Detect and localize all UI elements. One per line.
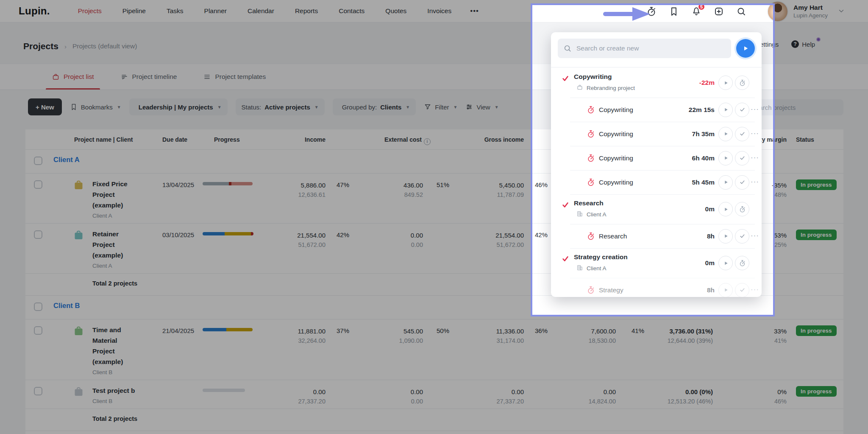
row-separator	[570, 122, 755, 122]
notification-badge: 5	[698, 3, 705, 11]
tracker-task-row[interactable]: Strategy creationClient A0m	[551, 248, 762, 278]
task-title: Research	[574, 199, 604, 207]
play-icon	[742, 45, 749, 52]
timer-icon-red	[587, 154, 595, 162]
row-separator	[570, 224, 755, 224]
tracker-search-input[interactable]	[558, 39, 731, 58]
task-subtitle-text: Client A	[587, 211, 606, 218]
play-button[interactable]	[718, 283, 733, 297]
tracked-time: 8h	[707, 232, 715, 240]
dim-overlay-right	[775, 3, 868, 316]
play-button[interactable]	[718, 175, 733, 190]
timer-icon-red	[587, 286, 595, 294]
row-separator	[570, 248, 755, 249]
task-subtitle: Client A	[576, 210, 606, 218]
row-separator	[570, 278, 755, 278]
project-icon	[576, 84, 583, 92]
tracked-time: 22m 15s	[689, 106, 715, 114]
more-options-button[interactable]: ···	[751, 178, 759, 186]
task-title: Strategy creation	[574, 253, 628, 261]
task-title: Copywriting	[574, 73, 612, 81]
task-subtitle-text: Rebranding project	[587, 85, 635, 91]
complete-button[interactable]	[735, 127, 749, 141]
tracked-time: 6h 40m	[692, 154, 715, 162]
dim-overlay-bottom	[0, 316, 868, 434]
entry-title: Copywriting	[599, 179, 633, 186]
timer-button[interactable]	[735, 202, 749, 216]
gross-income-pct: 42%	[535, 231, 548, 238]
play-button[interactable]	[718, 256, 733, 270]
dim-overlay-left	[0, 3, 531, 316]
notifications-icon[interactable]: 5	[691, 6, 701, 17]
row-separator	[570, 98, 755, 98]
complete-button[interactable]	[735, 151, 749, 165]
row-separator	[570, 146, 755, 146]
start-timer-button[interactable]	[736, 39, 755, 58]
play-button[interactable]	[718, 151, 733, 165]
tracker-entry-row[interactable]: Copywriting7h 35m···	[551, 122, 762, 146]
more-options-button[interactable]: ···	[751, 105, 759, 114]
task-subtitle-text: Client A	[587, 265, 606, 272]
entry-title: Research	[599, 232, 627, 240]
tracked-time: 5h 45m	[692, 179, 715, 186]
task-subtitle: Rebranding project	[576, 84, 635, 92]
timer-icon-red	[587, 232, 595, 241]
tracker-task-row[interactable]: CopywritingRebranding project-22m	[551, 68, 762, 98]
client-icon	[576, 210, 583, 218]
more-options-button[interactable]: ···	[751, 129, 759, 138]
tracked-time: 0m	[705, 259, 715, 267]
play-button[interactable]	[718, 127, 733, 141]
more-options-button[interactable]: ···	[751, 154, 759, 162]
timer-icon[interactable]	[646, 6, 657, 17]
play-button[interactable]	[718, 229, 733, 244]
tracker-entry-row[interactable]: Research8h···	[551, 224, 762, 248]
search-icon[interactable]	[736, 6, 746, 17]
timer-icon-red	[587, 178, 595, 187]
more-options-button[interactable]: ···	[751, 232, 759, 240]
search-icon	[563, 44, 572, 53]
play-button[interactable]	[718, 103, 733, 117]
row-separator	[570, 170, 755, 171]
more-options-button[interactable]: ···	[751, 286, 759, 294]
task-check-icon	[561, 74, 570, 83]
complete-button[interactable]	[735, 175, 749, 190]
tracked-time: 8h	[707, 286, 715, 294]
complete-button[interactable]	[735, 229, 749, 244]
tracker-entry-row[interactable]: Copywriting5h 45m···	[551, 170, 762, 194]
timer-icon-red	[587, 130, 595, 138]
task-check-icon	[561, 255, 570, 263]
tracked-time: 0m	[705, 205, 715, 213]
play-button[interactable]	[718, 202, 733, 216]
timer-button[interactable]	[735, 76, 749, 90]
complete-button[interactable]	[735, 103, 749, 117]
entry-title: Copywriting	[599, 154, 633, 162]
tracker-task-row[interactable]: ResearchClient A0m	[551, 194, 762, 224]
task-check-icon	[561, 201, 570, 209]
bookmarks-icon[interactable]	[668, 6, 679, 17]
client-icon	[576, 264, 583, 272]
tracked-time: 7h 35m	[692, 130, 715, 138]
entry-title: Strategy	[599, 286, 623, 294]
complete-button[interactable]	[735, 283, 749, 297]
dim-overlay-top	[0, 0, 868, 3]
tracker-entry-row[interactable]: Copywriting6h 40m···	[551, 146, 762, 170]
app-window: Lupin. ProjectsPipelineTasksPlannerCalen…	[0, 0, 868, 434]
entry-title: Copywriting	[599, 130, 633, 138]
create-new-icon[interactable]	[713, 6, 724, 17]
tracked-time: -22m	[699, 79, 715, 87]
panel-divider	[551, 67, 762, 67]
play-button[interactable]	[718, 76, 733, 90]
timer-icon-red	[587, 106, 595, 114]
tracker-entry-row[interactable]: Copywriting22m 15s···	[551, 98, 762, 122]
task-subtitle: Client A	[576, 264, 606, 272]
time-tracker-panel: CopywritingRebranding project-22mCopywri…	[551, 32, 762, 297]
row-separator	[570, 194, 755, 195]
tracker-entry-row[interactable]: Strategy8h···	[551, 278, 762, 297]
timer-button[interactable]	[735, 256, 749, 270]
entry-title: Copywriting	[599, 106, 633, 114]
tracker-search	[558, 39, 731, 58]
gross-income-pct: 46%	[535, 181, 548, 188]
